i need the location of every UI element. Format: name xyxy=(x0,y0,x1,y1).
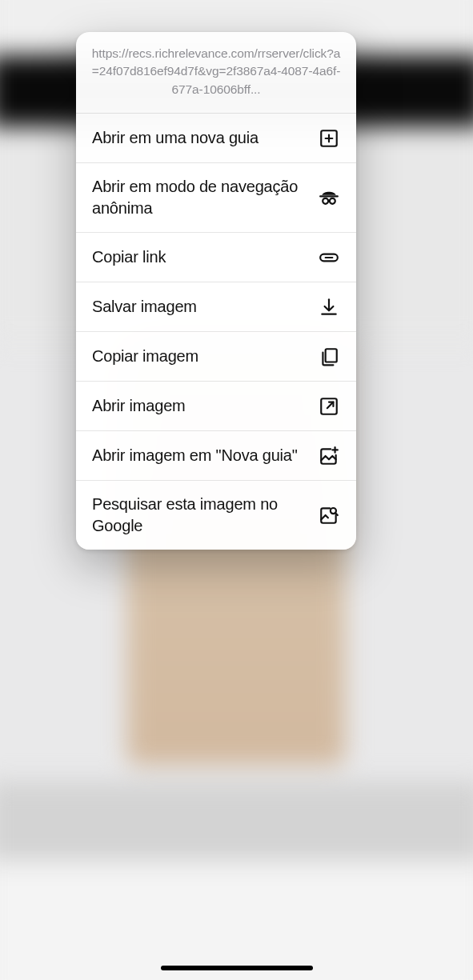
home-indicator xyxy=(161,966,313,970)
incognito-icon xyxy=(318,186,340,209)
menu-item-label: Abrir em modo de navegação anônima xyxy=(92,176,303,219)
image-new-tab-icon xyxy=(318,445,340,467)
download-icon xyxy=(318,296,340,318)
menu-item-label: Pesquisar esta imagem no Google xyxy=(92,494,303,537)
menu-item-label: Copiar link xyxy=(92,246,166,268)
image-search-icon xyxy=(318,504,340,526)
link-icon xyxy=(318,246,340,269)
copy-icon xyxy=(318,346,340,368)
open-external-icon xyxy=(318,395,340,418)
menu-item-label: Abrir imagem em "Nova guia" xyxy=(92,445,298,466)
menu-item-label: Abrir imagem xyxy=(92,395,186,417)
menu-item-copy-link[interactable]: Copiar link xyxy=(76,233,356,282)
menu-item-open-image-new-tab[interactable]: Abrir imagem em "Nova guia" xyxy=(76,431,356,481)
menu-item-save-image[interactable]: Salvar imagem xyxy=(76,282,356,332)
menu-item-label: Abrir em uma nova guia xyxy=(92,127,259,149)
menu-item-label: Copiar imagem xyxy=(92,346,198,367)
menu-item-label: Salvar imagem xyxy=(92,296,197,318)
menu-item-open-new-tab[interactable]: Abrir em uma nova guia xyxy=(76,114,356,163)
context-menu-url: https://recs.richrelevance.com/rrserver/… xyxy=(76,32,356,114)
menu-item-copy-image[interactable]: Copiar imagem xyxy=(76,332,356,382)
context-menu: https://recs.richrelevance.com/rrserver/… xyxy=(76,32,356,550)
menu-item-open-incognito[interactable]: Abrir em modo de navegação anônima xyxy=(76,163,356,233)
svg-rect-10 xyxy=(326,349,337,362)
menu-item-open-image[interactable]: Abrir imagem xyxy=(76,382,356,431)
new-tab-icon xyxy=(318,127,340,150)
menu-item-search-image-google[interactable]: Pesquisar esta imagem no Google xyxy=(76,481,356,550)
